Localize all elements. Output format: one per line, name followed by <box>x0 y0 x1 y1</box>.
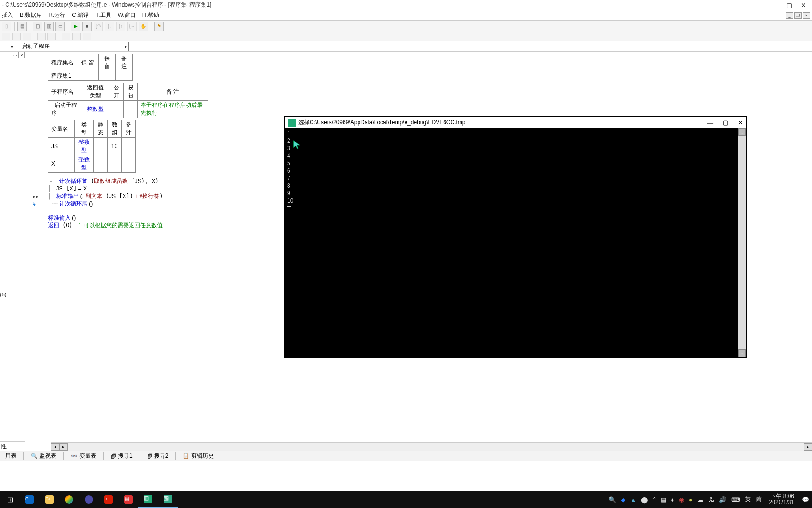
console-window[interactable]: 选择C:\Users\20969\AppData\Local\Temp\e_de… <box>285 117 746 357</box>
subroutine-table[interactable]: 子程序名 返回值类型 公开 易包 备 注 _启动子程序 整数型 本子程序在程序启… <box>48 83 208 118</box>
task-explorer[interactable]: 🗂 <box>39 491 59 508</box>
tray-network-icon[interactable]: 🖧 <box>708 496 714 503</box>
task-app1[interactable] <box>79 491 99 508</box>
edit-btn[interactable] <box>37 33 46 40</box>
subroutine-combo[interactable]: _启动子程序 <box>16 42 129 51</box>
mdi-close-button[interactable]: × <box>803 12 810 19</box>
cell[interactable]: 10 <box>108 138 122 155</box>
step-button[interactable]: {→ <box>127 22 137 31</box>
cell[interactable]: X <box>48 155 75 173</box>
cell[interactable]: 整数型 <box>75 138 94 155</box>
task-app3[interactable]: ▥ <box>138 491 158 508</box>
task-netease[interactable]: ♪ <box>99 491 118 508</box>
code-line[interactable]: ↳└┈ 计次循环尾 () <box>48 200 208 207</box>
scroll-right-button[interactable]: ▸ <box>59 443 68 451</box>
console-titlebar[interactable]: 选择C:\Users\20969\AppData\Local\Temp\e_de… <box>285 117 746 128</box>
cell[interactable] <box>116 71 133 81</box>
tray-search-icon[interactable]: 🔍 <box>609 496 616 503</box>
tray-icon[interactable]: ▤ <box>661 496 666 503</box>
tab-usage[interactable]: 用表 <box>2 452 20 460</box>
tray-volume-icon[interactable]: 🔊 <box>719 496 726 503</box>
toolbar-btn[interactable]: ▯ <box>2 22 11 31</box>
tab-variables[interactable]: 👓变量表 <box>68 452 100 460</box>
cell[interactable]: 程序集1 <box>48 71 77 81</box>
scroll-right-end-button[interactable]: ▸ <box>804 443 812 451</box>
breakpoint-marker[interactable]: ▸▸ <box>33 192 39 200</box>
cell[interactable] <box>77 71 99 81</box>
tray-ime-lang[interactable]: 英 <box>745 495 751 504</box>
close-button[interactable]: ✕ <box>801 1 806 9</box>
mdi-restore-button[interactable]: ❐ <box>794 12 802 19</box>
task-edge[interactable]: e <box>20 491 39 508</box>
panel-close-button[interactable]: × <box>18 52 25 58</box>
edit-btn[interactable] <box>72 33 81 40</box>
cell[interactable] <box>99 71 116 81</box>
stop-button[interactable]: ■ <box>82 22 92 31</box>
tab-search2[interactable]: 🗐搜寻2 <box>144 452 172 460</box>
taskbar[interactable]: ⊞ e 🗂 ♪ ▦ ▥ ▧ 🔍 ◆ ▲ ⬤ ˄ ▤ ♦ ◉ ● ☁ 🖧 🔊 ⌨ … <box>0 491 812 508</box>
tray-ime-icon[interactable]: ⌨ <box>731 496 740 503</box>
code-line[interactable]: 标准输入 () <box>48 214 208 222</box>
code-line[interactable]: ┌┈ 计次循环首 (取数组成员数 (JS), X) <box>48 177 208 185</box>
scroll-left-button[interactable]: ◂ <box>51 443 59 451</box>
menu-window[interactable]: W.窗口 <box>118 11 136 19</box>
console-scrollbar[interactable]: ▴ ▾ <box>738 128 746 357</box>
cell[interactable] <box>109 101 124 118</box>
tray-icon[interactable]: ◆ <box>621 496 625 503</box>
tray-icon[interactable]: ▲ <box>630 496 636 503</box>
cell[interactable]: 本子程序在程序启动后最先执行 <box>138 101 208 118</box>
properties-tab[interactable]: 性 <box>0 441 25 451</box>
horizontal-scrollbar[interactable]: ◂ ▸ ▸ <box>51 442 812 451</box>
step-out-button[interactable]: {↑ <box>116 22 125 31</box>
cell[interactable]: _启动子程序 <box>48 101 81 118</box>
scroll-down-button[interactable]: ▾ <box>738 349 746 357</box>
task-chrome[interactable] <box>59 491 79 508</box>
cell[interactable]: 整数型 <box>75 155 94 173</box>
code-line[interactable]: │ JS [X] = X <box>48 185 208 192</box>
breakpoint-button[interactable]: ✋ <box>139 22 148 31</box>
menu-database[interactable]: B.数据库 <box>20 11 42 19</box>
cell[interactable] <box>94 155 108 173</box>
run-button[interactable]: ▶ <box>71 22 80 31</box>
tray-onedrive-icon[interactable]: ☁ <box>697 496 703 503</box>
cell[interactable] <box>108 155 122 173</box>
edit-btn[interactable] <box>23 33 31 40</box>
tab-watch[interactable]: 🔍监视表 <box>28 452 60 460</box>
toolbar-btn[interactable]: ▭ <box>55 22 65 31</box>
tray-icon[interactable]: ● <box>689 496 693 503</box>
console-close-button[interactable]: ✕ <box>738 119 743 127</box>
edit-btn[interactable] <box>47 33 56 40</box>
cell[interactable]: 整数型 <box>81 101 109 118</box>
edit-btn[interactable] <box>2 33 10 40</box>
edit-btn[interactable] <box>12 33 21 40</box>
cell[interactable] <box>122 155 136 173</box>
scope-combo[interactable] <box>1 42 15 51</box>
task-ide[interactable]: ▧ <box>158 491 178 508</box>
menu-run[interactable]: R.运行 <box>48 11 65 19</box>
task-app2[interactable]: ▦ <box>118 491 138 508</box>
cell[interactable] <box>94 138 108 155</box>
tab-search1[interactable]: 🗐搜寻1 <box>108 452 136 460</box>
scroll-up-button[interactable]: ▴ <box>738 128 746 136</box>
menu-help[interactable]: H.帮助 <box>142 11 159 19</box>
cell[interactable] <box>122 138 136 155</box>
tray-chevron-up-icon[interactable]: ˄ <box>653 496 656 503</box>
console-output[interactable]: 1 2 3 4 5 6 7 8 9 10 ▴ ▾ <box>285 128 746 357</box>
edit-btn[interactable] <box>83 33 91 40</box>
menu-insert[interactable]: 插入 <box>2 11 13 19</box>
console-maximize-button[interactable]: ▢ <box>723 119 728 127</box>
tray-steam-icon[interactable]: ⬤ <box>641 496 648 503</box>
cell[interactable] <box>124 101 138 118</box>
tray-notifications-icon[interactable]: 💬 <box>802 496 809 503</box>
assembly-table[interactable]: 程序集名 保 留 保 留 备 注 程序集1 <box>48 54 133 81</box>
step-over-button[interactable]: {↷ <box>94 22 103 31</box>
tray-ime-mode[interactable]: 简 <box>756 495 762 504</box>
edit-btn[interactable] <box>62 33 70 40</box>
start-button[interactable]: ⊞ <box>0 491 20 508</box>
toolbar-btn[interactable]: ▤ <box>17 22 27 31</box>
toolbar-btn[interactable]: ⚑ <box>154 22 164 31</box>
step-into-button[interactable]: {↓ <box>105 22 114 31</box>
tray-icon[interactable]: ◉ <box>679 496 684 503</box>
tray-icon[interactable]: ♦ <box>671 496 674 503</box>
code-line[interactable]: 返回 (0) ' 可以根据您的需要返回任意数值 <box>48 222 208 229</box>
